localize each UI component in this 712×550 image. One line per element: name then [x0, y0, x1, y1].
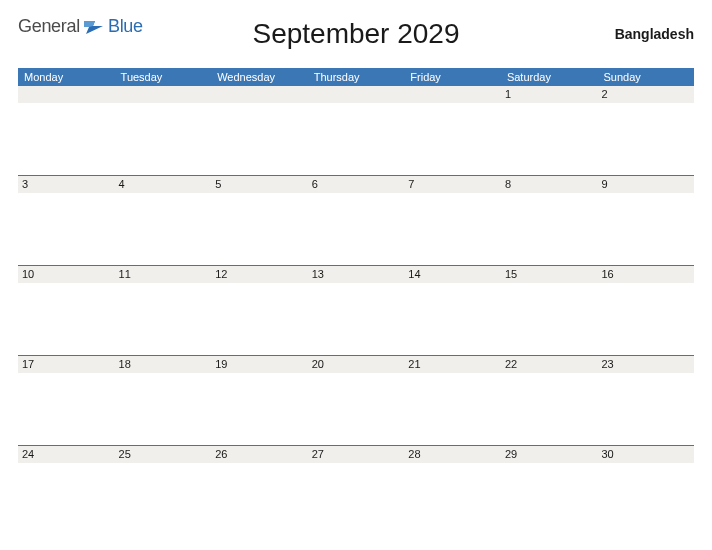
- week-body-row: [18, 283, 694, 355]
- day-cell: 11: [115, 266, 212, 283]
- day-body: [308, 283, 405, 355]
- day-cell: 14: [404, 266, 501, 283]
- day-body: [501, 373, 598, 445]
- week-row: 24 25 26 27 28 29 30: [18, 445, 694, 463]
- day-cell-empty: [18, 86, 115, 103]
- day-cell: 23: [597, 356, 694, 373]
- country-label: Bangladesh: [615, 26, 694, 42]
- day-body: [211, 283, 308, 355]
- day-cell: 2: [597, 86, 694, 103]
- day-cell: 29: [501, 446, 598, 463]
- day-cell: 19: [211, 356, 308, 373]
- day-cell: 8: [501, 176, 598, 193]
- day-cell: 25: [115, 446, 212, 463]
- weekday-header: Monday: [18, 68, 115, 86]
- day-cell: 3: [18, 176, 115, 193]
- day-body: [404, 103, 501, 175]
- day-body: [404, 373, 501, 445]
- day-body: [18, 463, 115, 535]
- day-body: [18, 373, 115, 445]
- day-body: [597, 463, 694, 535]
- header: General Blue September 2029 Bangladesh: [18, 12, 694, 64]
- day-body: [501, 193, 598, 265]
- weekday-header: Thursday: [308, 68, 405, 86]
- day-body: [597, 283, 694, 355]
- day-cell-empty: [308, 86, 405, 103]
- day-body: [211, 193, 308, 265]
- day-body: [308, 103, 405, 175]
- week-row: 10 11 12 13 14 15 16: [18, 265, 694, 283]
- day-body: [597, 193, 694, 265]
- day-cell: 24: [18, 446, 115, 463]
- day-cell: 16: [597, 266, 694, 283]
- day-cell: 26: [211, 446, 308, 463]
- week-body-row: [18, 193, 694, 265]
- day-body: [115, 463, 212, 535]
- week-row: 1 2: [18, 86, 694, 103]
- day-body: [404, 283, 501, 355]
- day-body: [115, 193, 212, 265]
- day-body: [501, 283, 598, 355]
- day-cell: 17: [18, 356, 115, 373]
- weekday-header: Friday: [404, 68, 501, 86]
- day-body: [18, 193, 115, 265]
- day-cell: 4: [115, 176, 212, 193]
- day-cell: 27: [308, 446, 405, 463]
- day-cell-empty: [115, 86, 212, 103]
- day-body: [404, 463, 501, 535]
- day-body: [501, 463, 598, 535]
- weekday-header: Saturday: [501, 68, 598, 86]
- day-cell: 30: [597, 446, 694, 463]
- week-row: 17 18 19 20 21 22 23: [18, 355, 694, 373]
- day-cell: 20: [308, 356, 405, 373]
- day-body: [308, 373, 405, 445]
- day-body: [597, 103, 694, 175]
- day-body: [211, 373, 308, 445]
- weekday-header: Sunday: [597, 68, 694, 86]
- day-body: [404, 193, 501, 265]
- day-cell: 22: [501, 356, 598, 373]
- weekday-header: Tuesday: [115, 68, 212, 86]
- week-body-row: [18, 463, 694, 535]
- day-body: [18, 283, 115, 355]
- weekday-header-row: Monday Tuesday Wednesday Thursday Friday…: [18, 68, 694, 86]
- day-cell: 13: [308, 266, 405, 283]
- day-body: [308, 193, 405, 265]
- day-cell: 18: [115, 356, 212, 373]
- week-body-row: [18, 373, 694, 445]
- day-cell: 15: [501, 266, 598, 283]
- week-body-row: [18, 103, 694, 175]
- day-body: [211, 463, 308, 535]
- week-row: 3 4 5 6 7 8 9: [18, 175, 694, 193]
- page-title: September 2029: [18, 18, 694, 50]
- calendar-grid: Monday Tuesday Wednesday Thursday Friday…: [18, 68, 694, 535]
- day-cell: 1: [501, 86, 598, 103]
- day-body: [115, 103, 212, 175]
- day-body: [211, 103, 308, 175]
- day-body: [18, 103, 115, 175]
- day-cell: 28: [404, 446, 501, 463]
- day-cell: 7: [404, 176, 501, 193]
- day-cell: 21: [404, 356, 501, 373]
- day-body: [597, 373, 694, 445]
- day-body: [115, 373, 212, 445]
- day-cell: 9: [597, 176, 694, 193]
- day-cell: 5: [211, 176, 308, 193]
- day-cell: 10: [18, 266, 115, 283]
- day-body: [115, 283, 212, 355]
- day-cell: 6: [308, 176, 405, 193]
- day-body: [308, 463, 405, 535]
- day-cell: 12: [211, 266, 308, 283]
- day-cell-empty: [211, 86, 308, 103]
- day-cell-empty: [404, 86, 501, 103]
- weekday-header: Wednesday: [211, 68, 308, 86]
- day-body: [501, 103, 598, 175]
